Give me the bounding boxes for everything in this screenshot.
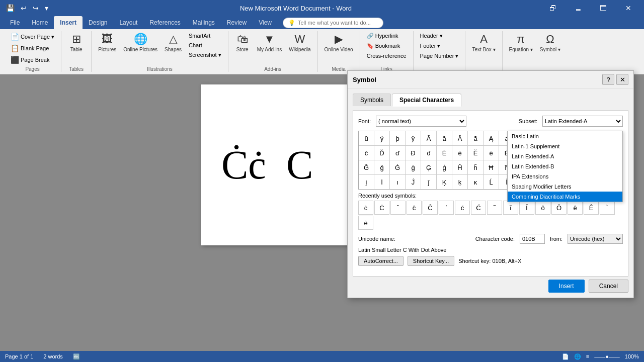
recent-cell-15[interactable]: ˋ [600, 201, 615, 215]
hyperlink-btn[interactable]: 🔗 Hyperlink [364, 31, 409, 41]
option-combining-diacritical[interactable]: Combining Diacritical Marks [508, 192, 622, 202]
tab-layout[interactable]: Layout [113, 16, 143, 29]
sym-cell-4[interactable]: Ā [421, 131, 436, 145]
sym-cell-19[interactable]: ď [390, 146, 405, 160]
recent-cell-13[interactable]: ê [568, 201, 583, 215]
sym-cell-7[interactable]: ă [468, 131, 483, 145]
recent-cell-0[interactable]: ċ [358, 201, 373, 215]
tab-references[interactable]: References [143, 16, 186, 29]
footer-btn[interactable]: Footer ▾ [418, 41, 461, 51]
close-btn[interactable]: ✕ [617, 0, 640, 16]
sym-cell-58[interactable]: ĸ [468, 175, 483, 189]
cover-page-btn[interactable]: 📄Cover Page ▾ [8, 31, 57, 42]
tab-file[interactable]: File [4, 16, 26, 29]
minimize-btn[interactable]: 🗕 [567, 0, 590, 16]
tab-symbols[interactable]: Symbols [353, 94, 391, 106]
recent-cell-12[interactable]: Ô [551, 201, 567, 215]
sym-cell-25[interactable]: ĕ [484, 146, 499, 160]
recent-cell-8[interactable]: ˜ [487, 201, 502, 215]
sym-cell-36[interactable]: Ġ [390, 160, 405, 174]
tab-insert[interactable]: Insert [54, 16, 83, 29]
subset-select[interactable]: Latin Extended-A [542, 116, 623, 127]
sym-cell-20[interactable]: Đ [406, 146, 421, 160]
wikipedia-btn[interactable]: W Wikipedia [286, 31, 313, 54]
view-print-btn[interactable]: 📄 [562, 353, 569, 360]
pictures-btn[interactable]: 🖼 Pictures [96, 31, 119, 54]
sym-cell-5[interactable]: ā [437, 131, 452, 145]
save-btn[interactable]: 💾 [4, 3, 17, 13]
sym-cell-35[interactable]: ğ [374, 160, 389, 174]
tell-me-box[interactable]: 💡 Tell me what you want to do... [283, 18, 383, 28]
option-latin1-supp[interactable]: Latin-1 Supplement [508, 141, 622, 151]
from-select[interactable]: Unicode (hex) [568, 234, 623, 244]
insert-btn[interactable]: Insert [548, 280, 585, 293]
shortcut-key-btn[interactable]: Shortcut Key... [408, 256, 454, 266]
online-pictures-btn[interactable]: 🌐 Online Pictures [121, 31, 160, 54]
sym-cell-23[interactable]: ē [452, 146, 467, 160]
recent-cell-2[interactable]: ˆ [390, 201, 406, 215]
recent-cell-9[interactable]: ǐ [503, 201, 518, 215]
char-code-input[interactable] [520, 234, 545, 244]
option-basic-latin[interactable]: Basic Latin [508, 131, 622, 141]
option-spacing-mod[interactable]: Spacing Modifier Letters [508, 182, 622, 192]
recent-cell-4[interactable]: Ĉ [423, 201, 438, 215]
customize-btn[interactable]: ▾ [43, 3, 50, 13]
dialog-close-btn[interactable]: ✕ [616, 74, 628, 85]
sym-cell-42[interactable]: Ħ [484, 160, 499, 174]
tab-special-characters[interactable]: Special Characters [392, 94, 461, 107]
sym-cell-18[interactable]: Ď [374, 146, 389, 160]
sym-cell-53[interactable]: ı [390, 175, 405, 189]
online-video-btn[interactable]: ▶ Online Video [322, 31, 356, 54]
shapes-btn[interactable]: △ Shapes [162, 31, 184, 54]
sym-cell-34[interactable]: Ğ [359, 160, 374, 174]
sym-cell-55[interactable]: ĵ [421, 175, 436, 189]
redo-btn[interactable]: ↪ [31, 3, 41, 13]
maximize-btn[interactable]: 🗖 [592, 0, 615, 16]
sym-cell-1[interactable]: ý [374, 131, 389, 145]
sym-cell-21[interactable]: đ [421, 146, 436, 160]
recent-cell-11[interactable]: ô [535, 201, 550, 215]
page-break-btn[interactable]: ⬛Page Break [8, 54, 57, 65]
zoom-slider[interactable]: ——●—— [594, 353, 620, 359]
tab-view[interactable]: View [253, 16, 278, 29]
undo-btn[interactable]: ↩ [19, 3, 29, 13]
view-web-btn[interactable]: 🌐 [574, 353, 581, 360]
sym-cell-54[interactable]: Ĵ [406, 175, 421, 189]
sym-cell-2[interactable]: þ [390, 131, 405, 145]
recent-cell-7[interactable]: Ć [471, 201, 486, 215]
symbol-btn[interactable]: Ω Symbol ▾ [537, 31, 563, 54]
table-btn[interactable]: ⊞ Table [66, 31, 87, 54]
autocorrect-btn[interactable]: AutoCorrect... [358, 256, 404, 266]
option-latin-ext-b[interactable]: Latin Extended-B [508, 161, 622, 171]
sym-cell-8[interactable]: Ą [484, 131, 499, 145]
sym-cell-24[interactable]: Ĕ [468, 146, 483, 160]
tab-review[interactable]: Review [221, 16, 253, 29]
sym-cell-57[interactable]: ķ [452, 175, 467, 189]
sym-cell-59[interactable]: Ĺ [484, 175, 499, 189]
sym-cell-0[interactable]: ū [359, 131, 374, 145]
tab-home[interactable]: Home [26, 16, 54, 29]
sym-cell-41[interactable]: ĥ [468, 160, 483, 174]
header-btn[interactable]: Header ▾ [418, 31, 461, 41]
recent-cell-1[interactable]: Ċ [374, 201, 389, 215]
bookmark-btn[interactable]: 🔖 Bookmark [364, 41, 409, 51]
sym-cell-52[interactable]: İ [374, 175, 389, 189]
recent-cell-10[interactable]: Ǐ [519, 201, 534, 215]
font-select[interactable]: ( normal text) [376, 116, 466, 127]
cross-reference-btn[interactable]: Cross-reference [364, 51, 409, 60]
recent-cell-5[interactable]: ʹ [439, 201, 454, 215]
dialog-help-btn[interactable]: ? [602, 74, 614, 85]
page-number-btn[interactable]: Page Number ▾ [418, 51, 461, 61]
recent-cell-6[interactable]: ć [455, 201, 470, 215]
text-box-btn[interactable]: A Text Box ▾ [469, 31, 498, 54]
cancel-btn[interactable]: Cancel [589, 280, 628, 293]
equation-btn[interactable]: π Equation ▾ [507, 31, 535, 54]
sym-cell-3[interactable]: ÿ [406, 131, 421, 145]
view-outline-btn[interactable]: ≡ [586, 353, 589, 359]
sym-cell-51[interactable]: į [359, 175, 374, 189]
tab-mailings[interactable]: Mailings [187, 16, 221, 29]
smartart-btn[interactable]: SmartArt [186, 31, 224, 40]
blank-page-btn[interactable]: 📋Blank Page [8, 43, 57, 54]
screenshot-btn[interactable]: Screenshot ▾ [186, 50, 224, 60]
option-latin-ext-a[interactable]: Latin Extended-A [508, 151, 622, 161]
